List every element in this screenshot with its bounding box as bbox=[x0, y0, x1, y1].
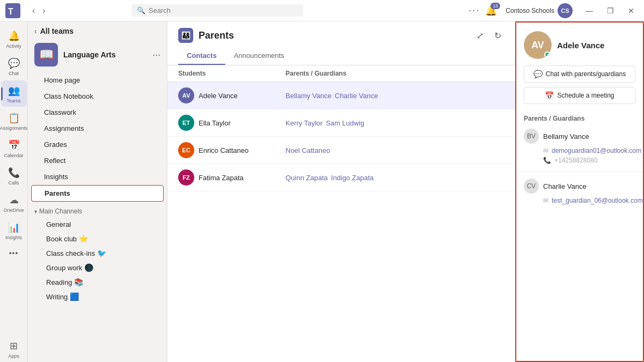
grades-label: Grades bbox=[44, 141, 67, 149]
sidebar-nav: Home page Class Notebook Classwork Assig… bbox=[28, 71, 167, 203]
user-name: Contoso Schools bbox=[506, 7, 554, 14]
assignments-icon: 📋 bbox=[8, 112, 20, 124]
insights-icon: 📊 bbox=[8, 221, 20, 233]
calendar-icon: 📅 bbox=[8, 139, 20, 151]
calendar-icon: 📅 bbox=[545, 91, 554, 100]
channel-general[interactable]: General bbox=[31, 218, 164, 231]
restore-button[interactable]: ❐ bbox=[603, 4, 618, 17]
student-name: Fatima Zapata bbox=[199, 174, 244, 182]
guardian-email-row: ✉ test_guardian_06@outlook.com bbox=[524, 196, 635, 205]
close-button[interactable]: ✕ bbox=[624, 4, 639, 17]
table-row[interactable]: ET Ella Taylor Kerry Taylor Sam Ludwig bbox=[167, 109, 515, 137]
back-button[interactable]: ‹ bbox=[29, 4, 38, 18]
nav-item-assignments[interactable]: Assignments bbox=[31, 121, 164, 136]
more-options-button[interactable]: ··· bbox=[469, 5, 480, 16]
content-title: 👨‍👩‍👧 Parents bbox=[178, 28, 234, 43]
student-name: Enrico Cattaneo bbox=[199, 146, 248, 154]
guardian-phone: +14258828080 bbox=[554, 157, 597, 164]
onedrive-label: OneDrive bbox=[3, 208, 24, 213]
divider bbox=[516, 172, 643, 172]
channels-section: ▾ Main Channels General Book club ⭐ Clas… bbox=[28, 203, 167, 306]
guardian-phone-row: 📞 +14258828080 bbox=[524, 156, 635, 165]
student-cell: EC Enrico Cattaneo bbox=[178, 142, 286, 158]
reading-emoji: 📚 bbox=[74, 278, 83, 286]
table-row[interactable]: EC Enrico Cattaneo Noel Cattaneo bbox=[167, 137, 515, 164]
rail-item-chat[interactable]: 💬 Chat bbox=[1, 53, 27, 79]
expand-button[interactable]: ⤢ bbox=[473, 28, 487, 43]
bookclub-label: Book club bbox=[46, 235, 77, 243]
tab-contacts[interactable]: Contacts bbox=[178, 47, 225, 65]
nav-item-parents[interactable]: Parents bbox=[31, 185, 164, 202]
notifications-button[interactable]: 🔔 15 bbox=[485, 5, 497, 17]
online-status-dot bbox=[544, 51, 551, 58]
table-header: Students Parents / Guardians bbox=[167, 65, 515, 82]
table-row[interactable]: AV Adele Vance Bellamy Vance Charlie Van… bbox=[167, 82, 515, 109]
rail-item-onedrive[interactable]: ☁ OneDrive bbox=[1, 190, 27, 216]
rail-item-insights[interactable]: 📊 Insights bbox=[1, 217, 27, 243]
table-row[interactable]: FZ Fatima Zapata Quinn Zapata Indigo Zap… bbox=[167, 164, 515, 191]
nav-item-classwork[interactable]: Classwork bbox=[31, 105, 164, 120]
parent-chip[interactable]: Noel Cattaneo bbox=[286, 146, 330, 154]
student-avatar: EC bbox=[178, 142, 194, 158]
parent-chip[interactable]: Kerry Taylor bbox=[286, 119, 323, 127]
parent-chip[interactable]: Sam Ludwig bbox=[326, 119, 364, 127]
tab-announcements[interactable]: Announcements bbox=[225, 47, 293, 65]
parent-chip[interactable]: Bellamy Vance bbox=[286, 92, 332, 100]
guardian-name-row: BV Bellamy Vance bbox=[524, 129, 635, 144]
assignments-nav-label: Assignments bbox=[44, 124, 84, 132]
guardians-section-title: Parents / Guardians bbox=[516, 110, 643, 124]
guardian-item: CV Charlie Vance ✉ test_guardian_06@outl… bbox=[516, 174, 643, 210]
rail-item-activity[interactable]: 🔔 Activity bbox=[1, 26, 27, 52]
homepage-label: Home page bbox=[44, 76, 80, 84]
forward-button[interactable]: › bbox=[39, 4, 48, 18]
channel-bookclub[interactable]: Book club ⭐ bbox=[31, 232, 164, 246]
nav-item-classnotebook[interactable]: Class Notebook bbox=[31, 88, 164, 104]
parent-chip[interactable]: Indigo Zapata bbox=[331, 174, 374, 182]
refresh-button[interactable]: ↻ bbox=[491, 28, 504, 43]
channel-reading[interactable]: Reading 📚 bbox=[31, 275, 164, 289]
main-layout: 🔔 Activity 💬 Chat 👥 Teams 📋 Assignments … bbox=[0, 21, 644, 362]
student-name: Ella Taylor bbox=[199, 119, 231, 127]
student-avatar: AV bbox=[178, 87, 194, 104]
nav-item-homepage[interactable]: Home page bbox=[31, 72, 164, 88]
channels-header[interactable]: ▾ Main Channels bbox=[28, 205, 167, 217]
channel-classcheckins[interactable]: Class check-ins 🐦 bbox=[31, 246, 164, 260]
nav-item-reflect[interactable]: Reflect bbox=[31, 153, 164, 168]
schedule-meeting-button[interactable]: 📅 Schedule a meeting bbox=[524, 87, 635, 104]
guardian-email[interactable]: demoguardian01@outlook.com bbox=[552, 147, 641, 154]
guardian-email-row: ✉ demoguardian01@outlook.com bbox=[524, 146, 635, 156]
parent-chip[interactable]: Charlie Vance bbox=[335, 92, 378, 100]
rail-item-more[interactable]: ••• bbox=[1, 245, 27, 261]
rail-item-apps[interactable]: ⊞ Apps bbox=[1, 336, 27, 362]
user-menu[interactable]: Contoso Schools CS bbox=[502, 2, 576, 19]
search-input[interactable] bbox=[149, 6, 298, 14]
panel-student-name: Adele Vance bbox=[557, 41, 604, 50]
parent-chip[interactable]: Quinn Zapata bbox=[286, 174, 328, 182]
svg-text:T: T bbox=[8, 7, 13, 16]
reading-label: Reading bbox=[46, 278, 72, 286]
search-bar[interactable]: 🔍 bbox=[131, 4, 303, 17]
onedrive-icon: ☁ bbox=[9, 194, 19, 206]
rail-item-calendar[interactable]: 📅 Calendar bbox=[1, 135, 27, 161]
calendar-label: Calendar bbox=[4, 153, 24, 158]
team-name: Language Arts bbox=[63, 50, 116, 59]
sidebar-header: ‹ All teams bbox=[28, 21, 167, 39]
rail-item-teams[interactable]: 👥 Teams bbox=[1, 80, 27, 107]
rail-item-assignments[interactable]: 📋 Assignments bbox=[1, 108, 27, 134]
channel-groupwork[interactable]: Group work 🌑 bbox=[31, 261, 164, 275]
minimize-button[interactable]: — bbox=[581, 4, 597, 17]
nav-item-grades[interactable]: Grades bbox=[31, 137, 164, 152]
email-icon: ✉ bbox=[543, 197, 548, 204]
chat-parents-button[interactable]: 💬 Chat with parents/guardians bbox=[524, 65, 635, 83]
user-avatar: CS bbox=[558, 3, 573, 18]
teams-label: Teams bbox=[6, 98, 21, 104]
back-to-teams-button[interactable]: ‹ bbox=[34, 27, 37, 35]
channel-writing[interactable]: Writing 🟦 bbox=[31, 290, 164, 304]
sidebar: ‹ All teams 📖 Language Arts ··· Home pag… bbox=[28, 21, 167, 362]
student-avatar: FZ bbox=[178, 169, 194, 186]
rail-item-calls[interactable]: 📞 Calls bbox=[1, 162, 27, 189]
calls-label: Calls bbox=[8, 180, 19, 186]
guardian-email[interactable]: test_guardian_06@outlook.com bbox=[552, 197, 643, 204]
nav-item-insights[interactable]: Insights bbox=[31, 169, 164, 184]
team-more-button[interactable]: ··· bbox=[152, 49, 160, 61]
